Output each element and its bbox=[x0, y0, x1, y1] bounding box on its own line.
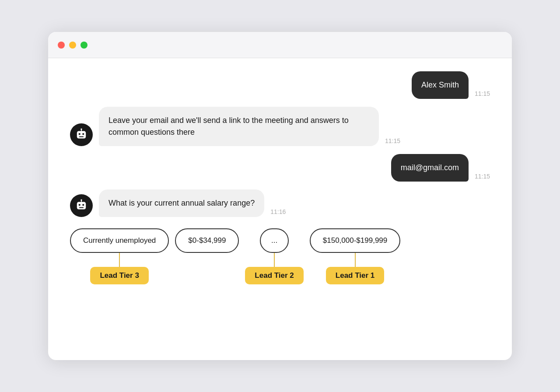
option-salary-high[interactable]: $150,000-$199,999 bbox=[310, 228, 400, 253]
chat-area: 11:15 Alex Smith Leave your em bbox=[48, 58, 512, 360]
bubble-bot-2: What is your current annual salary range… bbox=[99, 189, 264, 217]
svg-point-2 bbox=[82, 133, 84, 135]
tier-badge-3: Lead Tier 2 bbox=[245, 267, 303, 284]
option-unemployed[interactable]: Currently unemployed bbox=[70, 228, 169, 253]
option-wrapper-2: $0-$34,999 bbox=[175, 228, 239, 253]
option-wrapper-3: ... Lead Tier 2 bbox=[245, 228, 303, 284]
svg-point-5 bbox=[80, 129, 82, 130]
close-button[interactable] bbox=[58, 42, 65, 49]
option-salary-low[interactable]: $0-$34,999 bbox=[175, 228, 239, 253]
message-row-user-2: 11:15 mail@gmail.com bbox=[70, 154, 490, 182]
svg-point-8 bbox=[82, 204, 84, 206]
timestamp-2: 11:15 bbox=[385, 137, 400, 144]
bot-icon bbox=[74, 127, 89, 142]
option-wrapper-4: $150,000-$199,999 Lead Tier 1 bbox=[310, 228, 400, 284]
message-row-bot-1: Leave your email and we'll send a link t… bbox=[70, 107, 490, 146]
option-ellipsis[interactable]: ... bbox=[260, 228, 289, 253]
bubble-user-1: Alex Smith bbox=[412, 71, 469, 99]
svg-rect-6 bbox=[77, 202, 86, 210]
connector-4 bbox=[355, 253, 356, 267]
tier-badge-1: Lead Tier 3 bbox=[90, 267, 148, 284]
connector-3 bbox=[274, 253, 275, 267]
message-row-bot-2: What is your current annual salary range… bbox=[70, 189, 490, 217]
chat-window: 11:15 Alex Smith Leave your em bbox=[48, 32, 512, 360]
bot-avatar-1 bbox=[70, 123, 93, 146]
bubble-bot-1: Leave your email and we'll send a link t… bbox=[99, 107, 379, 146]
svg-rect-9 bbox=[79, 207, 84, 208]
connector-1 bbox=[119, 253, 120, 267]
bot-avatar-2 bbox=[70, 194, 93, 217]
svg-point-7 bbox=[79, 204, 80, 206]
svg-rect-0 bbox=[77, 131, 86, 139]
svg-point-11 bbox=[80, 200, 82, 201]
option-wrapper-1: Currently unemployed Lead Tier 3 bbox=[70, 228, 169, 284]
minimize-button[interactable] bbox=[69, 42, 76, 49]
svg-rect-3 bbox=[79, 136, 84, 137]
maximize-button[interactable] bbox=[80, 42, 88, 49]
options-container: Currently unemployed Lead Tier 3 $0-$34,… bbox=[70, 228, 490, 284]
timestamp-4: 11:16 bbox=[270, 208, 286, 215]
message-row-user-1: 11:15 Alex Smith bbox=[70, 71, 490, 99]
titlebar bbox=[48, 32, 512, 58]
timestamp-3: 11:15 bbox=[475, 173, 490, 180]
tier-badge-4: Lead Tier 1 bbox=[326, 267, 384, 284]
timestamp-1: 11:15 bbox=[475, 90, 490, 97]
svg-point-1 bbox=[79, 133, 80, 135]
bot-icon-2 bbox=[74, 198, 89, 213]
bubble-user-2: mail@gmail.com bbox=[391, 154, 469, 182]
